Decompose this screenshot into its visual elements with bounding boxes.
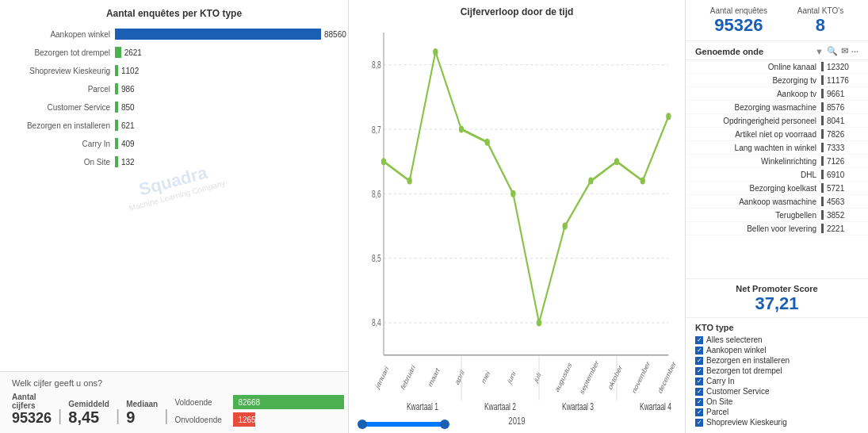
mediaan-block: Mediaan 9 (126, 400, 158, 427)
onvoldoende-row: Onvoldoende 12658 (174, 412, 344, 427)
genoemde-item-bar (821, 75, 824, 85)
divider3: | (164, 407, 168, 427)
genoemde-item-bar (821, 143, 824, 152)
genoemde-item: Terugbellen 3852 (686, 209, 868, 222)
svg-text:Kwartaal 4: Kwartaal 4 (640, 402, 671, 412)
genoemde-item: Winkelinrichting 7126 (686, 155, 868, 168)
bar-track: 88560 (115, 29, 346, 40)
bar-label: Shopreview Kieskeurig (12, 67, 115, 75)
aantal-cijfers-block: Aantal cijfers 95326 (12, 393, 52, 427)
kto-checkbox[interactable]: ✓ (695, 377, 703, 385)
kto-checkbox[interactable]: ✓ (695, 419, 703, 427)
svg-text:februari: februari (400, 363, 416, 392)
bar-track: 986 (115, 83, 336, 94)
voldoende-section: Voldoende 82668 Onvoldoende 12658 (174, 395, 344, 427)
voldoende-bar: 82668 (233, 395, 344, 409)
kto-item: ✓ Shopreview Kieskeurig (695, 418, 858, 427)
genoemde-item-label: Terugbellen (695, 211, 821, 220)
search-icon[interactable]: 🔍 (827, 46, 838, 56)
more-icon[interactable]: ··· (851, 47, 858, 56)
genoemde-item-bar (821, 156, 824, 166)
export-icon[interactable]: ✉ (841, 46, 848, 56)
filter-icon[interactable]: ▼ (815, 47, 824, 56)
gemiddeld-value: 8,45 (68, 408, 109, 427)
svg-text:maart: maart (427, 366, 442, 389)
divider2: | (116, 407, 120, 427)
genoemde-item: Aankoop tv 9661 (686, 87, 868, 101)
bar-row: On Site 132 (12, 155, 336, 169)
genoemde-item-bar (821, 102, 824, 112)
bar-label: Aankopen winkel (12, 30, 115, 39)
svg-point-35 (459, 126, 464, 133)
genoemde-item-label: Bezorging tv (695, 76, 821, 85)
genoemde-item-label: Online kanaal (695, 63, 821, 71)
kto-checkbox[interactable]: ✓ (695, 357, 703, 365)
genoemde-title-text: Genoemde onde (695, 47, 763, 56)
genoemde-icons: ▼ 🔍 ✉ ··· (815, 46, 858, 56)
svg-point-43 (666, 113, 671, 120)
bar-value: 850 (121, 103, 135, 112)
svg-text:8,7: 8,7 (372, 125, 381, 135)
kto-checkbox[interactable]: ✓ (695, 388, 703, 396)
top-stats-bar: Aantal enquêtes 95326 Aantal KTO's 8 (686, 0, 868, 41)
bar-chart-rows: Aankopen winkel 88560 Bezorgen tot dremp… (12, 27, 336, 169)
genoemde-item-label: Opdringerigheid personeel (695, 117, 821, 125)
genoemde-item-label: Bellen voor levering (695, 224, 821, 233)
bar-fill (115, 47, 121, 58)
svg-text:8,5: 8,5 (372, 254, 381, 264)
bar-fill (115, 156, 118, 167)
kto-item: ✓ Aankopen winkel (695, 346, 858, 354)
kto-item: ✓ Bezorgen en installeren (695, 356, 858, 365)
bar-row: Shopreview Kieskeurig 1102 (12, 63, 336, 78)
top-stat-ktos-label: Aantal KTO's (797, 6, 843, 15)
svg-text:augustus: augustus (554, 361, 573, 394)
genoemde-item-value: 5721 (827, 184, 858, 193)
onvoldoende-value: 12658 (233, 416, 265, 424)
kto-checkbox[interactable]: ✓ (695, 347, 703, 354)
kto-checkbox[interactable]: ✓ (695, 336, 703, 344)
svg-point-42 (640, 178, 645, 185)
genoemde-item-bar (821, 116, 824, 125)
kto-item-label: Bezorgen tot drempel (706, 366, 782, 375)
genoemde-item-value: 7826 (827, 130, 858, 139)
kto-check: ✓ (697, 367, 702, 374)
genoemde-item: Bellen voor levering 2221 (686, 222, 868, 236)
bar-chart-section: Squadra Machine Learning Company Aantal … (0, 0, 348, 371)
svg-text:8,6: 8,6 (372, 189, 381, 199)
bottom-stats: Welk cijfer geeft u ons? Aantal cijfers … (0, 371, 348, 433)
bar-label: Bezorgen en installeren (12, 121, 115, 130)
bar-label: Bezorgen tot drempel (12, 48, 115, 57)
gemiddeld-label: Gemiddeld (68, 400, 109, 408)
genoemde-item: Aankoop wasmachine 4563 (686, 195, 868, 209)
left-panel: Squadra Machine Learning Company Aantal … (0, 0, 349, 433)
genoemde-item-bar (821, 197, 824, 206)
svg-text:oktober: oktober (607, 363, 624, 391)
mediaan-label: Mediaan (126, 400, 158, 408)
bar-value: 621 (121, 121, 135, 130)
genoemde-item-label: Aankoop tv (695, 90, 821, 98)
bar-fill (115, 120, 118, 131)
kto-item: ✓ Parcel (695, 408, 858, 416)
svg-text:mei: mei (480, 370, 491, 386)
bar-fill (115, 102, 118, 113)
onvoldoende-bar: 12658 (233, 412, 255, 427)
kto-checkbox[interactable]: ✓ (695, 398, 703, 406)
bar-label: Carry In (12, 140, 115, 148)
kto-checkbox[interactable]: ✓ (695, 367, 703, 375)
genoemde-title: Genoemde onde ▼ 🔍 ✉ ··· (686, 41, 868, 60)
genoemde-item-value: 8576 (827, 103, 858, 112)
kto-check: ✓ (697, 357, 702, 364)
kto-item: ✓ Alles selecteren (695, 335, 858, 344)
genoemde-item: Online kanaal 12320 (686, 60, 868, 74)
kto-check: ✓ (697, 377, 702, 385)
kto-checkbox[interactable]: ✓ (695, 408, 703, 416)
top-stat-enquetes-label: Aantal enquêtes (710, 6, 767, 15)
bar-row: Bezorgen en installeren 621 (12, 118, 336, 132)
bar-fill (115, 138, 118, 149)
bar-track: 1102 (115, 65, 336, 76)
svg-text:juli: juli (533, 370, 542, 385)
kto-item: ✓ Customer Service (695, 387, 858, 396)
genoemde-item-value: 9661 (827, 90, 858, 98)
genoemde-item-value: 7126 (827, 157, 858, 166)
kto-item-label: Customer Service (706, 387, 769, 396)
